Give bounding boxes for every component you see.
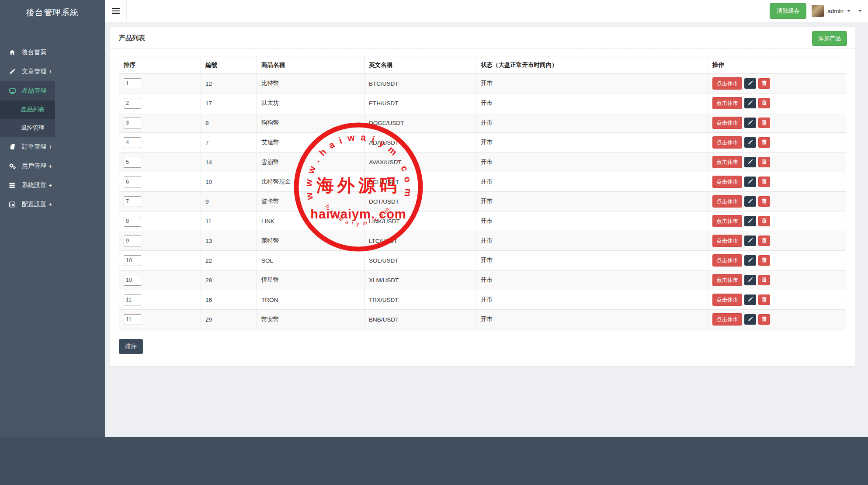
edit-button[interactable]: [744, 314, 756, 325]
delete-button[interactable]: [758, 98, 770, 108]
chevron-down-icon[interactable]: [858, 10, 862, 12]
edit-button[interactable]: [744, 255, 756, 266]
row-actions: 点击休市: [712, 136, 841, 149]
edit-button[interactable]: [744, 294, 756, 305]
edit-button[interactable]: [744, 137, 756, 148]
sort-input[interactable]: [124, 236, 141, 246]
sort-input[interactable]: [124, 177, 141, 187]
sort-input[interactable]: [124, 275, 141, 286]
column-header-status: 状态（大盘正常开市时间内）: [476, 56, 708, 74]
delete-button[interactable]: [758, 255, 770, 266]
sidebar-item-orders[interactable]: 訂單管理 +: [0, 137, 105, 156]
table-row: 17 以太坊 ETH/USDT 开市 点击休市: [119, 94, 846, 113]
close-market-button[interactable]: 点击休市: [712, 274, 742, 286]
edit-button[interactable]: [744, 275, 756, 285]
product-status-cell: 开市: [476, 231, 708, 251]
edit-button[interactable]: [744, 196, 756, 207]
edit-pencil-icon: [748, 257, 753, 264]
sort-input[interactable]: [124, 294, 141, 305]
sort-input[interactable]: [124, 196, 141, 207]
delete-trash-icon: [762, 257, 767, 264]
panel-header: 产品列表 添加产品: [110, 27, 855, 49]
delete-trash-icon: [762, 218, 767, 225]
edit-button[interactable]: [744, 177, 756, 187]
sort-input[interactable]: [124, 78, 141, 89]
sort-input[interactable]: [124, 137, 141, 148]
close-market-button[interactable]: 点击休市: [712, 235, 742, 247]
sidebar-item-users[interactable]: 用戶管理 +: [0, 156, 105, 176]
sidebar-item-label: 後台首頁: [22, 48, 46, 56]
product-name-cell: SOL: [257, 251, 365, 270]
sort-submit-button[interactable]: 排序: [119, 339, 143, 354]
delete-button[interactable]: [758, 294, 770, 305]
delete-button[interactable]: [758, 216, 770, 226]
delete-button[interactable]: [758, 275, 770, 285]
close-market-button[interactable]: 点击休市: [712, 294, 742, 306]
close-market-button[interactable]: 点击休市: [712, 176, 742, 188]
delete-button[interactable]: [758, 157, 770, 167]
sidebar-item-dashboard[interactable]: 後台首頁: [0, 43, 105, 62]
sort-input[interactable]: [124, 157, 141, 168]
close-market-button[interactable]: 点击休市: [712, 254, 742, 267]
delete-button[interactable]: [758, 78, 770, 89]
delete-button[interactable]: [758, 177, 770, 187]
delete-button[interactable]: [758, 314, 770, 325]
sort-input[interactable]: [124, 118, 141, 128]
close-market-button[interactable]: 点击休市: [712, 195, 742, 208]
delete-button[interactable]: [758, 196, 770, 207]
sidebar-subitem-risk-control[interactable]: 風控管理: [0, 119, 105, 137]
book-icon: [9, 143, 22, 150]
user-menu[interactable]: admin: [812, 5, 851, 17]
product-name-cell: 比特幣: [257, 74, 365, 94]
sidebar-item-label: 訂單管理: [22, 143, 46, 151]
product-status-cell: 开市: [476, 152, 708, 172]
product-id-cell: 17: [201, 94, 257, 113]
sort-input[interactable]: [124, 314, 141, 325]
sidebar-item-articles[interactable]: 文章管理 +: [0, 62, 105, 81]
table-row: 8 狗狗幣 DOGE/USDT 开市 点击休市: [119, 113, 846, 133]
sort-input[interactable]: [124, 216, 141, 227]
edit-button[interactable]: [744, 98, 756, 108]
sort-input[interactable]: [124, 98, 141, 109]
avatar[interactable]: [812, 5, 824, 17]
edit-button[interactable]: [744, 216, 756, 226]
pencil-icon: [9, 68, 22, 75]
edit-button[interactable]: [744, 78, 756, 89]
sidebar-item-config[interactable]: 配置設置 +: [0, 195, 105, 214]
delete-trash-icon: [762, 100, 767, 107]
close-market-button[interactable]: 点击休市: [712, 77, 742, 90]
topbar: 清除緩存 admin: [105, 0, 868, 22]
add-product-button[interactable]: 添加产品: [812, 31, 847, 46]
edit-pencil-icon: [748, 100, 753, 107]
sidebar-item-products[interactable]: 產品管理 −: [0, 81, 105, 100]
table-row: 16 TRON TRX/USDT 开市 点击休市: [119, 290, 846, 310]
close-market-button[interactable]: 点击休市: [712, 156, 742, 168]
sort-input[interactable]: [124, 255, 141, 266]
close-market-button[interactable]: 点击休市: [712, 136, 742, 149]
delete-button[interactable]: [758, 118, 770, 128]
product-en-cell: BCH/USDT: [365, 172, 476, 192]
product-name-cell: 艾達幣: [257, 133, 365, 152]
table-row: 13 萊特幣 LTC/USDT 开市 点击休市: [119, 231, 846, 251]
delete-button[interactable]: [758, 137, 770, 148]
sidebar-toggle-button[interactable]: [105, 0, 127, 22]
close-market-button[interactable]: 点击休市: [712, 117, 742, 129]
close-market-button[interactable]: 点击休市: [712, 97, 742, 109]
edit-button[interactable]: [744, 157, 756, 167]
delete-trash-icon: [762, 179, 767, 185]
delete-button[interactable]: [758, 236, 770, 246]
product-en-cell: ADA/USDT: [365, 133, 476, 152]
sidebar-item-system[interactable]: 系統設置 +: [0, 176, 105, 195]
delete-trash-icon: [762, 159, 767, 166]
delete-trash-icon: [762, 238, 767, 244]
table-row: 11 LINK LINK/USDT 开市 点击休市: [119, 211, 846, 231]
product-status-cell: 开市: [476, 172, 708, 192]
close-market-button[interactable]: 点击休市: [712, 215, 742, 227]
close-market-button[interactable]: 点击休市: [712, 313, 742, 326]
sidebar-subitem-product-list[interactable]: 產品列表: [0, 100, 105, 119]
edit-button[interactable]: [744, 236, 756, 246]
clear-cache-button[interactable]: 清除緩存: [770, 3, 806, 19]
cogs-icon: [9, 163, 22, 170]
edit-button[interactable]: [744, 118, 756, 128]
product-id-cell: 16: [201, 290, 257, 310]
